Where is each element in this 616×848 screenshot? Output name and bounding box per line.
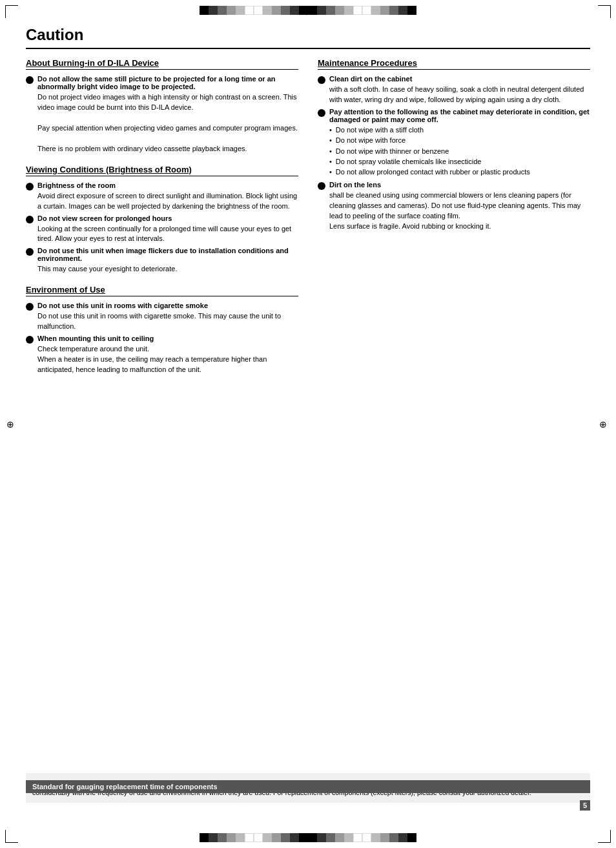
maintenance-bold-3: Dirt on the lens (329, 181, 381, 189)
viewing-text-2: Looking at the screen continually for a … (37, 224, 298, 245)
two-column-layout: About Burning-in of D-ILA Device Do not … (26, 58, 590, 386)
viewing-section: Viewing Conditions (Brightness of Room) … (26, 165, 298, 275)
bullet-icon (26, 216, 34, 223)
viewing-text-3: This may cause your eyesight to deterior… (37, 264, 298, 274)
corner-mark-tr (598, 5, 611, 18)
bullet-icon (318, 76, 325, 84)
sub-bullet-1: • Do not wipe with a stiff cloth (329, 125, 590, 135)
maintenance-item-2: Pay attention to the following as the ca… (318, 108, 590, 178)
viewing-item-3: Do not use this unit when image flickers… (26, 247, 298, 274)
environment-text-2: Check temperature around the unit.When a… (37, 344, 298, 375)
maintenance-sub-bullets: • Do not wipe with a stiff cloth • Do no… (329, 125, 590, 178)
viewing-item-1-content: Brightness of the room Avoid direct expo… (37, 181, 298, 212)
viewing-text-1: Avoid direct exposure of screen to direc… (37, 191, 298, 212)
page-num-box: 5 (580, 800, 590, 811)
environment-item-1: Do not use this unit in rooms with cigar… (26, 302, 298, 332)
page-title: Caution (26, 26, 590, 49)
maintenance-item-1-content: Clean dirt on the cabinet with a soft cl… (329, 75, 590, 105)
maintenance-item-3-content: Dirt on the lens shall be cleaned using … (329, 181, 590, 232)
environment-title: Environment of Use (26, 285, 298, 296)
corner-mark-tl (5, 5, 18, 18)
maintenance-text-1: with a soft cloth. In case of heavy soil… (329, 85, 590, 105)
viewing-item-1: Brightness of the room Avoid direct expo… (26, 181, 298, 212)
bullet-icon (26, 303, 34, 311)
sub-bullet-5: • Do not allow prolonged contact with ru… (329, 167, 590, 177)
maintenance-section: Maintenance Procedures Clean dirt on the… (318, 58, 590, 232)
burning-in-section: About Burning-in of D-ILA Device Do not … (26, 58, 298, 154)
maintenance-item-1: Clean dirt on the cabinet with a soft cl… (318, 75, 590, 105)
viewing-item-3-content: Do not use this unit when image flickers… (37, 247, 298, 274)
crosshair-left (6, 419, 17, 429)
environment-item-1-content: Do not use this unit in rooms with cigar… (37, 302, 298, 332)
bullet-icon (26, 183, 34, 191)
sub-bullet-3: • Do not wipe with thinner or benzene (329, 147, 590, 156)
viewing-item-2: Do not view screen for prolonged hours L… (26, 214, 298, 245)
burning-in-title: About Burning-in of D-ILA Device (26, 58, 298, 70)
bullet-icon (26, 248, 34, 256)
maintenance-text-3: shall be cleaned using using commercial … (329, 191, 590, 232)
burning-in-item-1: Do not allow the same still picture to b… (26, 75, 298, 154)
bullet-icon (26, 336, 34, 344)
crosshair-top (303, 6, 313, 17)
page: Caution About Burning-in of D-ILA Device… (0, 0, 616, 848)
page-number-area: 5 (580, 800, 590, 811)
environment-item-2: When mounting this unit to ceiling Check… (26, 335, 298, 375)
viewing-bold-1: Brightness of the room (37, 181, 116, 189)
right-column: Maintenance Procedures Clean dirt on the… (318, 58, 590, 386)
burning-in-bold-1: Do not allow the same still picture to b… (37, 75, 276, 90)
bullet-icon (318, 182, 325, 190)
left-column: About Burning-in of D-ILA Device Do not … (26, 58, 298, 386)
burning-in-item-1-content: Do not allow the same still picture to b… (37, 75, 298, 154)
environment-item-2-content: When mounting this unit to ceiling Check… (37, 335, 298, 375)
viewing-bold-2: Do not view screen for prolonged hours (37, 214, 172, 222)
environment-bold-2: When mounting this unit to ceiling (37, 335, 154, 342)
info-box: Standard for gauging replacement time of… (26, 780, 590, 793)
maintenance-bold-1: Clean dirt on the cabinet (329, 75, 412, 83)
viewing-title: Viewing Conditions (Brightness of Room) (26, 165, 298, 176)
burning-in-text-1: Do not project video images with a high … (37, 92, 298, 154)
maintenance-item-2-content: Pay attention to the following as the ca… (329, 108, 590, 178)
environment-section: Environment of Use Do not use this unit … (26, 285, 298, 375)
maintenance-title: Maintenance Procedures (318, 58, 590, 70)
info-box-title: Standard for gauging replacement time of… (32, 783, 584, 791)
corner-mark-bl (5, 830, 18, 843)
maintenance-item-3: Dirt on the lens shall be cleaned using … (318, 181, 590, 232)
sub-bullet-4: • Do not spray volatile chemicals like i… (329, 157, 590, 167)
maintenance-bold-2: Pay attention to the following as the ca… (329, 108, 590, 123)
bullet-icon (26, 76, 34, 84)
environment-text-1: Do not use this unit in rooms with cigar… (37, 311, 298, 332)
crosshair-right (599, 419, 610, 429)
main-content: Caution About Burning-in of D-ILA Device… (26, 26, 590, 822)
corner-mark-br (598, 830, 611, 843)
crosshair-bottom (303, 831, 313, 842)
viewing-item-2-content: Do not view screen for prolonged hours L… (37, 214, 298, 245)
environment-bold-1: Do not use this unit in rooms with cigar… (37, 302, 208, 309)
sub-bullet-2: • Do not wipe with force (329, 136, 590, 145)
viewing-bold-3: Do not use this unit when image flickers… (37, 247, 289, 262)
info-box-wrapper: Standard for gauging replacement time of… (26, 773, 590, 803)
bullet-icon (318, 109, 325, 117)
